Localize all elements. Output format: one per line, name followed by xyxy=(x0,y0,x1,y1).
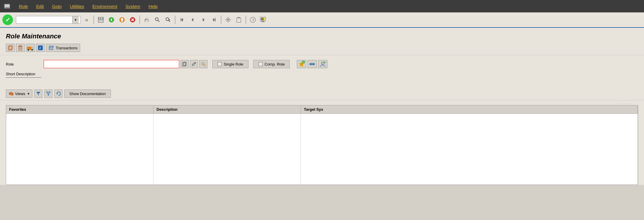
home-button[interactable] xyxy=(117,15,127,25)
transactions-label: Transactions xyxy=(56,46,78,50)
sep4 xyxy=(221,16,221,24)
svg-line-35 xyxy=(229,21,230,22)
cancel-button[interactable] xyxy=(128,15,137,25)
role-label: Role xyxy=(6,62,41,66)
menu-environment[interactable]: Environment xyxy=(89,3,121,10)
monitor-button[interactable] xyxy=(259,15,268,25)
table-body xyxy=(6,114,638,185)
back-green-button[interactable] xyxy=(107,15,116,25)
help-button[interactable]: ? xyxy=(248,15,258,25)
sep2 xyxy=(139,16,140,24)
svg-marker-22 xyxy=(169,19,170,21)
svg-rect-47 xyxy=(262,21,264,22)
svg-rect-16 xyxy=(145,20,148,22)
views-button[interactable]: Views ▼ xyxy=(6,89,32,98)
th-favorites: Favorites xyxy=(6,105,154,113)
comp-role-button[interactable]: Comp. Role xyxy=(253,60,290,68)
menu-goto[interactable]: Goto xyxy=(49,3,65,10)
rm-toolbar: i Transactions xyxy=(6,44,638,52)
delete-role-button[interactable] xyxy=(16,44,25,52)
single-role-button[interactable]: Single Role xyxy=(212,60,248,68)
command-dropdown[interactable]: ▼ xyxy=(72,16,79,23)
role-key-button[interactable] xyxy=(199,60,207,68)
svg-point-29 xyxy=(227,19,229,21)
svg-rect-38 xyxy=(237,18,241,22)
prev-page-button[interactable] xyxy=(188,15,197,25)
svg-line-73 xyxy=(205,65,205,65)
role-edit-button[interactable] xyxy=(190,60,198,68)
confirm-button[interactable]: ✓ xyxy=(2,14,13,25)
svg-marker-27 xyxy=(213,18,215,22)
svg-rect-6 xyxy=(98,20,103,22)
svg-line-19 xyxy=(158,20,159,22)
filter-button[interactable] xyxy=(34,89,42,98)
menu-help[interactable]: Help xyxy=(145,3,161,10)
svg-marker-90 xyxy=(36,92,40,95)
svg-marker-91 xyxy=(46,92,50,95)
svg-rect-63 xyxy=(49,46,53,50)
svg-rect-58 xyxy=(32,48,33,49)
svg-marker-25 xyxy=(192,18,193,22)
svg-rect-75 xyxy=(218,63,221,66)
find-next-button[interactable] xyxy=(163,15,173,25)
role-input[interactable] xyxy=(44,60,179,68)
svg-rect-31 xyxy=(228,21,229,22)
svg-rect-1 xyxy=(5,4,9,7)
svg-rect-77 xyxy=(259,63,262,66)
command-field-wrap: ▼ xyxy=(16,16,81,24)
th-description: Description xyxy=(154,105,301,113)
sep3 xyxy=(175,16,175,24)
content-area: Role Maintenance xyxy=(0,28,644,185)
role-input-wrap xyxy=(44,60,207,68)
transactions-button[interactable]: Transactions xyxy=(46,44,80,52)
print-button[interactable] xyxy=(142,15,151,25)
add-star-button[interactable]: + xyxy=(297,60,306,68)
single-role-label: Single Role xyxy=(224,62,243,66)
rm-header: Role Maintenance xyxy=(0,28,644,55)
nav-back-button[interactable]: « xyxy=(82,15,91,25)
move-button[interactable] xyxy=(307,60,317,68)
menu-utilities[interactable]: Utilities xyxy=(66,3,88,10)
svg-text:?: ? xyxy=(252,18,254,22)
menu-edit[interactable]: Edit xyxy=(33,3,47,10)
show-documentation-button[interactable]: Show Documentation xyxy=(64,89,111,98)
svg-marker-83 xyxy=(313,63,315,66)
col-target-sys xyxy=(301,114,638,185)
filter-settings-button[interactable] xyxy=(44,89,52,98)
svg-marker-82 xyxy=(309,63,311,66)
user-assign-button[interactable] xyxy=(318,60,327,68)
svg-rect-51 xyxy=(19,47,22,50)
info-button[interactable]: i xyxy=(36,44,45,52)
col-favorites xyxy=(6,114,154,185)
svg-rect-87 xyxy=(9,92,11,95)
refresh-button[interactable] xyxy=(54,89,62,98)
svg-point-20 xyxy=(166,18,169,21)
svg-rect-56 xyxy=(27,47,31,50)
svg-rect-88 xyxy=(11,92,12,95)
page-title: Role Maintenance xyxy=(6,32,638,40)
clipboard-button[interactable] xyxy=(234,15,243,25)
transport-button[interactable] xyxy=(26,44,35,52)
svg-point-18 xyxy=(155,18,158,21)
sep1 xyxy=(93,16,94,24)
first-page-button[interactable] xyxy=(177,15,187,25)
menu-bar: Role Edit Goto Utilities Environment Sys… xyxy=(0,0,644,12)
save-button[interactable] xyxy=(96,15,106,25)
settings-button[interactable] xyxy=(223,15,233,25)
next-page-button[interactable] xyxy=(199,15,208,25)
command-input[interactable] xyxy=(16,16,72,23)
svg-rect-5 xyxy=(100,17,101,19)
last-page-button[interactable] xyxy=(209,15,219,25)
table-header: Favorites Description Target Sys xyxy=(6,105,638,114)
svg-rect-32 xyxy=(225,19,227,20)
menu-system[interactable]: System xyxy=(122,3,144,10)
svg-marker-69 xyxy=(192,62,196,66)
menu-role[interactable]: Role xyxy=(15,3,32,10)
find-button[interactable] xyxy=(153,15,162,25)
role-copy-button[interactable] xyxy=(180,60,189,68)
svg-rect-46 xyxy=(264,18,265,20)
svg-rect-39 xyxy=(238,17,240,18)
short-desc-row: Short Description xyxy=(6,72,638,78)
svg-point-17 xyxy=(148,19,149,20)
copy-role-button[interactable] xyxy=(6,44,15,52)
